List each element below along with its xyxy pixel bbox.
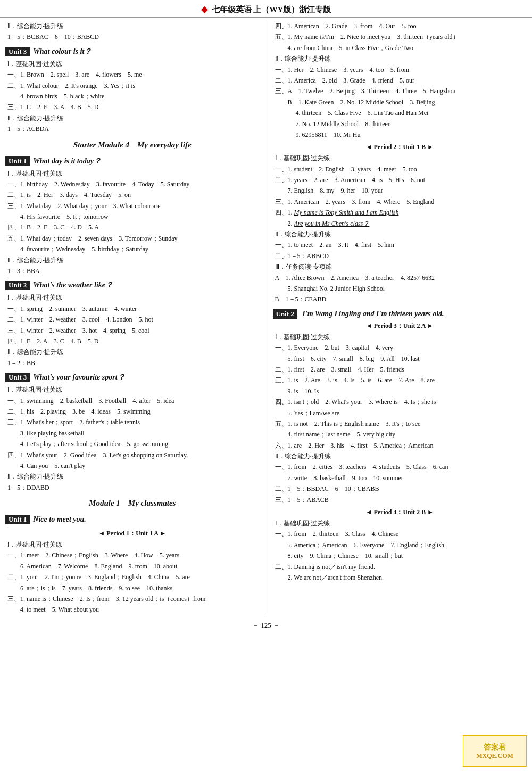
answer-line: 四、1. American 2. Grade 3. from 4. Our 5.… [275,21,527,31]
answer-line: 二、1－5：ABBCD [275,251,527,261]
underline-answer-line: 四、1. My name is Tony Smith and I am Engl… [275,207,527,218]
answer-line: 二、1. your 2. I'm；you're 3. England；Engli… [7,572,260,582]
answer-line: 9. 62956811 10. Mr Hu [275,129,527,140]
answer-line: 五、1. My name is/I'm 2. Nice to meet you … [275,31,527,42]
answer-line: B 1. Kate Green 2. No. 12 Middle School … [275,97,527,108]
answer-line: Ⅱ．综合能力·提升练 [7,113,260,123]
answer-line: Ⅰ．基础巩固·过关练 [7,292,260,303]
unit-header: Unit 3What's your favourite sport？ [5,373,125,382]
module-header: Starter Module 4 My everyday life [5,140,260,150]
answer-line: A 1. Alice Brown 2. America 3. a teacher… [275,273,527,283]
unit-badge: Unit 2 [5,281,30,290]
answer-line: 1－5：BCBAC 6－10：BABCD [7,31,260,42]
answer-line: 二、1. What colour 2. It's orange 3. Yes；i… [7,80,260,91]
underline-answer-line: 2. Are you in Ms Chen's class？ [275,218,527,229]
answer-line: 4. to meet 5. What about you [7,604,260,615]
answer-line: Ⅱ．综合能力·提升练 [7,347,260,357]
watermark: 答案君 MXQE.COM [463,735,527,767]
answer-line: 二、1. Daming is not／isn't my friend. [275,562,527,572]
unit-title: What day is it today？ [33,156,101,166]
period-line: ◄ Period 2：Unit 1 B ► [273,143,527,152]
answer-line: 5. Yes；I am/we are [275,408,527,418]
unit-badge: Unit 3 [5,373,30,382]
answer-line: 三、1. winter 2. weather 3. hot 4. spring … [7,325,260,336]
module-header: Module 1 My classmates [5,498,260,508]
answer-line: 2. We are not／aren't from Shenzhen. [275,572,527,583]
answer-line: 二、1－5：BBDAC 6－10：CBABB [275,483,527,494]
answer-line: 三、1－5：ABACB [275,494,527,505]
answer-line: Ⅰ．基础巩固·过关练 [7,539,260,550]
answer-line: 7. English 8. my 9. her 10. your [275,185,527,196]
answer-line: 5. America；American 6. Everyone 7. Engla… [275,540,527,550]
unit-title: What colour is it？ [33,47,92,56]
answer-line: 1－3：BBA [7,266,260,276]
page-header: ◆ 七年级英语 上（WY版）浙江专版 [0,0,532,18]
answer-line: Ⅱ．综合能力·提升练 [7,255,260,266]
answer-line: 3. like playing basketball [7,428,260,439]
answer-line: 二、1. first 2. are 3. small 4. Her 5. fri… [275,364,527,375]
answer-line: 4. Let's play；after school；Good idea 5. … [7,439,260,449]
answer-line: 一、1. from 2. thirteen 3. Class 4. Chines… [275,529,527,539]
answer-line: 一、1. birthday 2. Wednesday 3. favourite … [7,179,260,189]
answer-line: 一、1. meet 2. Chinese；English 3. Where 4.… [7,550,260,561]
answer-line: 三、1. American 2. years 3. from 4. Where … [275,196,527,207]
watermark-line2: MXQE.COM [476,752,513,760]
answer-line: 4. favourite；Wednesday 5. birthday；Satur… [7,244,260,254]
answer-line: Ⅰ．基础巩固·过关练 [275,153,527,163]
answer-line: Ⅲ．任务阅读·专项练 [275,261,527,272]
answer-line: 6. American 7. Welcome 8. England 9. fro… [7,561,260,572]
unit-title: What's your favourite sport？ [33,373,124,382]
answer-line: 5. Shanghai No. 2 Junior High School [275,283,527,294]
answer-line: 1－5：ACBDA [7,123,260,134]
unit-header: Unit 2What's the weather like？ [5,281,113,290]
answer-line: 五、1. What day；today 2. seven days 3. Tom… [7,233,260,244]
answer-line: Ⅱ．综合能力·提升练 [275,451,527,461]
answer-line: 4. first name；last name 5. very big city [275,429,527,440]
unit-title: Nice to meet you. [33,515,86,524]
unit-badge: Unit 2 [273,309,297,319]
answer-line: 二、1. is 2. Her 3. days 4. Tuesday 5. on [7,189,260,200]
answer-line: 一、1. student 2. English 3. years 4. meet… [275,164,527,175]
unit-badge: Unit 1 [5,156,30,166]
answer-line: 二、1. his 2. playing 3. be 4. ideas 5. sw… [7,406,260,417]
answer-line: Ⅱ．综合能力·提升练 [275,53,527,64]
answer-line: 四、1. isn't；old 2. What's your 3. Where i… [275,397,527,407]
header-icon: ◆ [201,5,210,14]
answer-line: 一、1. Everyone 2. but 3. capital 4. very [275,342,527,353]
answer-line: 三、1. What's her；sport 2. father's；table … [7,417,260,427]
answer-line: 1－2：BB [7,358,260,368]
period-line: ◄ Period 1：Unit 1 A ► [5,529,260,538]
answer-line: 9. is 10. Is [275,386,527,397]
answer-line: 四、1. B 2. E 3. C 4. D 5. A [7,222,260,233]
answer-line: 一、1. Brown 2. spell 3. are 4. flowers 5.… [7,69,260,80]
answer-line: 二、1. winter 2. weather 3. cool 4. London… [7,314,260,325]
answer-line: 7. No. 12 Middle School 8. thirteen [275,119,527,129]
unit-header: Unit 1Nice to meet you. [5,515,86,524]
answer-line: 4. Can you 5. can't play [7,460,260,471]
answer-line: 三、1. name is；Chinese 2. Is；from 3. 12 ye… [7,594,260,604]
answer-line: 二、1. America 2. old 3. Grade 4. friend 5… [275,75,527,86]
answer-line: 8. city 9. China；Chinese 10. small；but [275,550,527,561]
period-line: ◄ Period 3：Unit 2 A ► [273,322,527,331]
watermark-line1: 答案君 [484,743,506,752]
answer-line: 三、A 1. Twelve 2. Beijing 3. Thirteen 4. … [275,86,527,96]
answer-line: B 1－5：CEABD [275,294,527,304]
answer-line: 三、1. C 2. E 3. A 4. B 5. D [7,102,260,112]
answer-line: Ⅱ．综合能力·提升练 [275,229,527,240]
unit-header: Unit 3What colour is it？ [5,47,92,56]
answer-line: 4. thirteen 5. Class Five 6. Lin Tao and… [275,108,527,118]
answer-line: 4. His favourite 5. It；tomorrow [7,211,260,222]
unit-badge: Unit 3 [5,47,30,56]
answer-line: Ⅱ．综合能力·提升练 [7,21,260,31]
unit-badge: Unit 1 [5,515,30,524]
answer-line: 三、1. is 2. Are 3. is 4. Is 5. is 6. are … [275,375,527,385]
answer-line: 一、1. Her 2. Chinese 3. years 4. too 5. f… [275,64,527,75]
unit-header: Unit 1What day is it today？ [5,156,101,166]
answer-line: 三、1. What day 2. What day；your 3. What c… [7,201,260,211]
answer-line: 一、1. spring 2. summer 3. autumn 4. winte… [7,303,260,314]
answer-line: 7. write 8. basketball 9. too 10. summer [275,473,527,483]
answer-line: 四、1. E 2. A 3. C 4. B 5. D [7,336,260,347]
answer-line: 4. are from China 5. in Class Five，Grade… [275,43,527,53]
unit-title: I'm Wang Lingling and I'm thirteen years… [301,310,444,318]
answer-line: 四、1. What's your 2. Good idea 3. Let's g… [7,450,260,460]
